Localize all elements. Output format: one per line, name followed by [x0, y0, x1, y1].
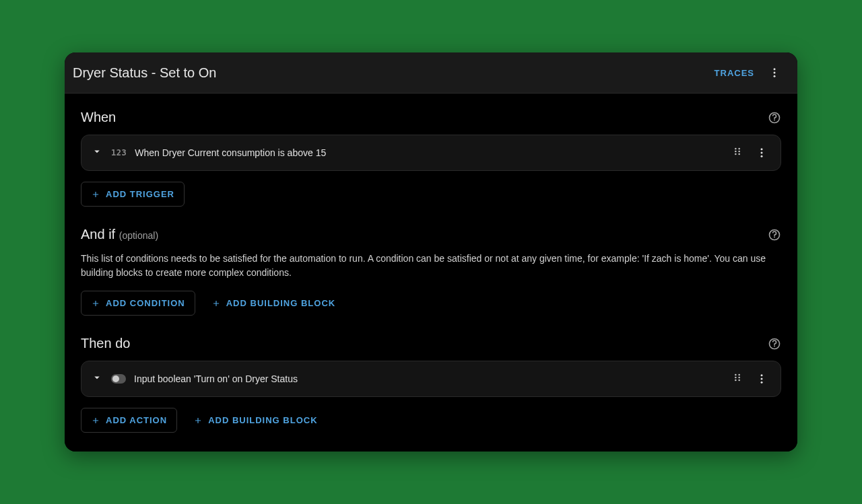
thendo-title: Then do: [81, 336, 130, 351]
dots-vertical-icon: [756, 373, 768, 385]
svg-point-6: [738, 148, 740, 150]
drag-handle-icon[interactable]: [732, 372, 743, 386]
card-header: Dryer Status - Set to On TRACES: [65, 52, 797, 94]
toggle-off-icon: [111, 374, 126, 384]
plus-icon: [91, 416, 100, 425]
svg-point-13: [112, 375, 119, 382]
action-row[interactable]: Input boolean 'Turn on' on Dryer Status: [81, 361, 781, 397]
dots-vertical-icon: [768, 67, 781, 79]
when-title: When: [81, 110, 116, 125]
automation-title: Dryer Status - Set to On: [73, 65, 216, 81]
thendo-section: Then do Input boolean 'Turn on' on Dryer…: [81, 336, 781, 433]
svg-point-20: [761, 374, 763, 376]
svg-point-0: [774, 68, 776, 70]
svg-point-5: [735, 153, 737, 155]
svg-point-8: [738, 153, 740, 155]
help-icon[interactable]: [768, 337, 781, 351]
plus-icon: [193, 416, 203, 425]
numeric-icon: 123: [111, 148, 127, 157]
automation-editor-card: Dryer Status - Set to On TRACES When 123: [65, 52, 797, 452]
header-actions: TRACES: [715, 63, 784, 82]
trigger-overflow-button[interactable]: [752, 143, 771, 162]
svg-point-7: [738, 151, 740, 153]
when-header: When: [81, 110, 781, 125]
traces-button[interactable]: TRACES: [715, 68, 754, 78]
svg-point-2: [774, 75, 776, 77]
add-trigger-label: ADD TRIGGER: [106, 189, 174, 199]
chevron-down-icon[interactable]: [91, 145, 103, 160]
add-building-block-label: ADD BUILDING BLOCK: [208, 415, 317, 425]
svg-point-21: [761, 378, 763, 380]
andif-title-text: And if: [81, 227, 115, 242]
optional-label: (optional): [119, 230, 158, 241]
andif-buttons: ADD CONDITION ADD BUILDING BLOCK: [81, 291, 781, 316]
chevron-down-icon[interactable]: [91, 371, 103, 386]
andif-description: This list of conditions needs to be sati…: [81, 252, 781, 280]
thendo-header: Then do: [81, 336, 781, 351]
card-body: When 123 When Dryer Current consumption …: [65, 94, 797, 452]
svg-point-22: [761, 382, 763, 384]
svg-point-4: [735, 151, 737, 153]
svg-point-17: [738, 374, 740, 376]
dots-vertical-icon: [756, 147, 768, 159]
trigger-row-actions: [732, 143, 771, 162]
svg-point-16: [735, 380, 737, 382]
help-icon[interactable]: [768, 111, 781, 124]
help-icon[interactable]: [768, 228, 781, 242]
add-building-block-label: ADD BUILDING BLOCK: [226, 298, 335, 308]
andif-header: And if (optional): [81, 227, 781, 242]
svg-point-10: [761, 152, 763, 154]
svg-point-9: [761, 148, 763, 150]
svg-point-19: [738, 380, 740, 382]
svg-point-3: [735, 148, 737, 150]
trigger-text: When Dryer Current consumption is above …: [135, 147, 724, 158]
add-building-block-button[interactable]: ADD BUILDING BLOCK: [187, 408, 327, 433]
add-trigger-button[interactable]: ADD TRIGGER: [81, 182, 185, 207]
when-section: When 123 When Dryer Current consumption …: [81, 110, 781, 207]
andif-title: And if (optional): [81, 227, 158, 242]
svg-point-14: [735, 374, 737, 376]
svg-point-18: [738, 377, 740, 379]
plus-icon: [91, 190, 100, 199]
trigger-row[interactable]: 123 When Dryer Current consumption is ab…: [81, 135, 781, 171]
drag-handle-icon[interactable]: [732, 146, 743, 159]
when-buttons: ADD TRIGGER: [81, 182, 781, 207]
svg-point-11: [761, 155, 763, 157]
andif-section: And if (optional) This list of condition…: [81, 227, 781, 316]
add-building-block-button[interactable]: ADD BUILDING BLOCK: [205, 291, 345, 316]
action-overflow-button[interactable]: [752, 369, 771, 388]
add-condition-label: ADD CONDITION: [106, 298, 185, 308]
action-row-actions: [732, 369, 771, 388]
thendo-buttons: ADD ACTION ADD BUILDING BLOCK: [81, 408, 781, 433]
action-text: Input boolean 'Turn on' on Dryer Status: [134, 373, 724, 384]
svg-point-15: [735, 377, 737, 379]
plus-icon: [211, 299, 221, 308]
svg-point-1: [774, 72, 776, 74]
plus-icon: [91, 299, 100, 308]
add-action-label: ADD ACTION: [106, 415, 167, 425]
add-condition-button[interactable]: ADD CONDITION: [81, 291, 195, 316]
add-action-button[interactable]: ADD ACTION: [81, 408, 177, 433]
overflow-menu-button[interactable]: [765, 63, 784, 82]
